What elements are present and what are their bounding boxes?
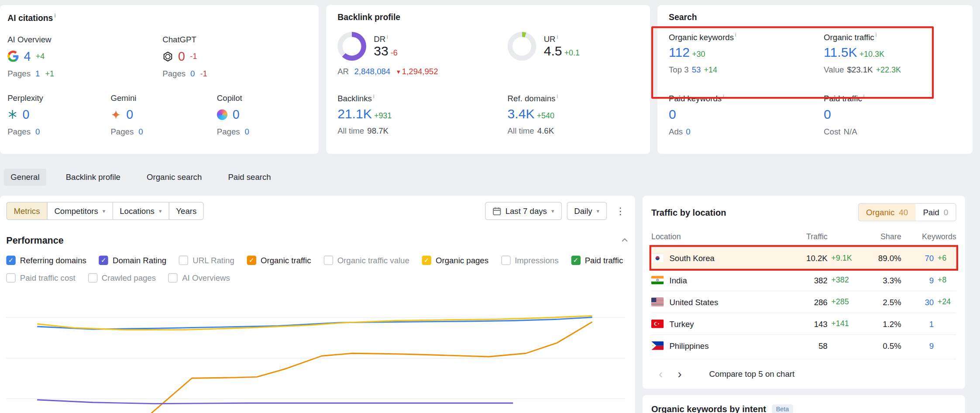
citation-count[interactable]: 4 (24, 50, 31, 63)
info-icon[interactable]: i (557, 34, 558, 40)
competitors-button[interactable]: Competitors▾ (47, 202, 113, 220)
organic-traffic-value[interactable]: 11.5K (824, 45, 857, 60)
checkbox-icon: ✓ (571, 256, 580, 265)
info-icon[interactable]: i (387, 34, 388, 40)
tab-backlink-profile[interactable]: Backlink profile (59, 169, 127, 186)
paid-traffic-value[interactable]: 0 (824, 107, 831, 121)
toggle-paid[interactable]: Paid0 (915, 204, 956, 221)
info-icon[interactable]: i (54, 13, 56, 19)
table-footer: ‹ › Compare top 5 on chart (651, 359, 956, 382)
ref-domains-label: Ref. domainsi (508, 93, 639, 103)
table-header-row: Location Traffic Share Keywords (651, 229, 956, 247)
overview-cards-row: AI citationsi AI Overview 4 +4 Pages 1 (0, 0, 980, 154)
toggle-organic[interactable]: Organic40 (859, 204, 915, 221)
metric-checkbox-impressions[interactable]: Impressions (501, 256, 559, 265)
ai-citation-copilot: Copilot 0 Pages 0 (217, 93, 249, 136)
citation-delta: +4 (36, 52, 45, 61)
metric-checkbox-ai-overviews[interactable]: AI Overviews (168, 273, 230, 282)
compare-top5-button[interactable]: Compare top 5 on chart (705, 369, 798, 379)
paid-keywords-value[interactable]: 0 (669, 107, 676, 121)
ai-citations-card: AI citationsi AI Overview 4 +4 Pages 1 (0, 5, 319, 154)
citation-count[interactable]: 0 (178, 50, 185, 63)
ai-source-name: Copilot (217, 93, 249, 102)
location-name: Turkey (669, 319, 694, 328)
ai-citation-perplexity: Perplexity 0 Pages 0 (7, 93, 110, 136)
metric-checkbox-paid-traffic[interactable]: ✓Paid traffic (571, 256, 623, 265)
keywords-by-intent-title: Organic keywords by intent (651, 404, 766, 413)
performance-line-chart[interactable] (6, 294, 625, 413)
ai-source-name: Perplexity (7, 93, 110, 102)
info-icon[interactable]: i (557, 93, 558, 99)
pages-count[interactable]: 0 (245, 127, 249, 136)
info-icon[interactable]: i (735, 32, 736, 38)
column-header-keywords[interactable]: Keywords (901, 233, 956, 241)
traffic-by-location-title: Traffic by location (651, 207, 726, 217)
metric-checkbox-organic-traffic[interactable]: ✓Organic traffic (247, 256, 311, 265)
ar-value[interactable]: 2,848,084 (354, 67, 390, 76)
value-label: Value (824, 65, 844, 75)
collapse-chevron-icon[interactable] (621, 236, 629, 244)
info-icon[interactable]: i (863, 93, 865, 100)
info-icon[interactable]: i (876, 32, 877, 38)
locations-button[interactable]: Locations▾ (112, 202, 169, 220)
metric-checkbox-organic-pages[interactable]: ✓Organic pages (422, 256, 488, 265)
ahrefs-rank-line: AR 2,848,084 ▼1,294,952 (337, 67, 507, 76)
top3-value[interactable]: 53 (692, 65, 701, 75)
ads-value[interactable]: 0 (686, 127, 690, 136)
kebab-menu-icon[interactable]: ⋮ (612, 204, 629, 217)
ads-label: Ads (669, 127, 683, 136)
pages-count[interactable]: 0 (35, 127, 40, 136)
traffic-delta: +141 (831, 320, 860, 328)
citation-count[interactable]: 0 (126, 108, 133, 121)
granularity-button[interactable]: Daily▾ (567, 202, 607, 220)
table-row-united-states: United States 286+285 2.5% 30+24 (651, 291, 956, 313)
keywords-value[interactable]: 9 (929, 341, 934, 350)
metrics-button[interactable]: Metrics (6, 202, 47, 220)
pages-count[interactable]: 1 (35, 69, 40, 78)
pages-label: Pages (162, 69, 186, 78)
column-header-location[interactable]: Location (651, 233, 783, 241)
column-header-traffic[interactable]: Traffic (783, 233, 860, 241)
metric-checkbox-paid-traffic-cost[interactable]: Paid traffic cost (6, 273, 75, 282)
keywords-value[interactable]: 70 (925, 254, 934, 263)
years-button[interactable]: Years (168, 202, 204, 220)
next-page-button[interactable]: › (670, 367, 689, 381)
info-icon[interactable]: i (373, 93, 375, 99)
metric-checkbox-organic-traffic-value[interactable]: Organic traffic value (323, 256, 409, 265)
keywords-value[interactable]: 30 (925, 297, 934, 306)
organic-keywords-value[interactable]: 112 (669, 45, 690, 60)
metric-checkbox-domain-rating[interactable]: ✓Domain Rating (99, 256, 167, 265)
traffic-value: 382 (814, 275, 828, 285)
keywords-delta: +8 (938, 275, 956, 284)
top3-delta: +14 (704, 66, 717, 75)
pages-count[interactable]: 0 (138, 127, 143, 136)
pages-count[interactable]: 0 (190, 69, 195, 78)
citation-count[interactable]: 0 (23, 108, 30, 121)
metric-checkbox-referring-domains[interactable]: ✓Referring domains (6, 256, 86, 265)
value-delta: +22.3K (876, 66, 901, 75)
share-value: 89.0% (860, 254, 901, 263)
backlinks-value[interactable]: 21.1K (337, 107, 372, 121)
dr-value: 33 (374, 44, 388, 58)
checkbox-icon (179, 256, 188, 265)
metric-checkbox-url-rating[interactable]: URL Rating (179, 256, 234, 265)
metric-checkbox-crawled-pages[interactable]: Crawled pages (88, 273, 156, 282)
ai-citation-ai-overview: AI Overview 4 +4 Pages 1 +1 (7, 34, 162, 78)
keywords-value[interactable]: 9 (929, 275, 934, 285)
pages-label: Pages (7, 127, 31, 136)
citation-delta: -1 (190, 52, 197, 61)
date-range-button[interactable]: Last 7 days ▾ (485, 202, 561, 220)
citation-count[interactable]: 0 (233, 108, 240, 121)
keywords-value[interactable]: 1 (929, 319, 934, 328)
prev-page-button[interactable]: ‹ (651, 367, 670, 381)
pages-label: Pages (7, 69, 31, 78)
tab-paid-search[interactable]: Paid search (221, 169, 278, 186)
ref-domains-value[interactable]: 3.4K (508, 107, 535, 121)
info-icon[interactable]: i (723, 93, 724, 100)
tab-organic-search[interactable]: Organic search (140, 169, 209, 186)
copilot-icon (217, 109, 227, 120)
ur-delta: +0.1 (564, 49, 580, 58)
column-header-share[interactable]: Share (860, 233, 901, 241)
table-row-turkey: Turkey 143+141 1.2% 1 (651, 313, 956, 334)
tab-general[interactable]: General (4, 169, 47, 186)
